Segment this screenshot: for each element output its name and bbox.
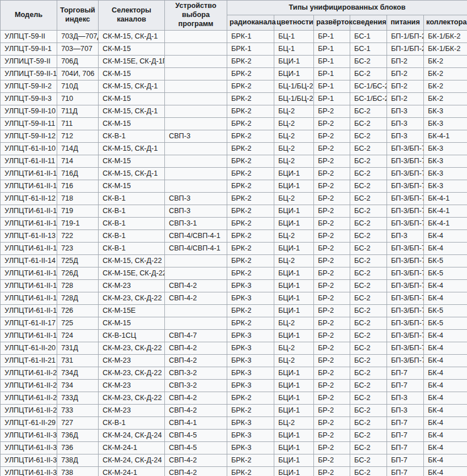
cell-block-scan: БР-2 xyxy=(314,279,350,292)
cell-block-chroma: БЦ-1 xyxy=(274,30,314,42)
cell-block-power: БП-3/БП-7 xyxy=(387,317,424,329)
cell-trade-index: 714Д xyxy=(57,142,99,155)
cell-block-collector: БК-4 xyxy=(424,342,467,354)
cell-block-chroma: БЦИ-1 xyxy=(274,242,314,254)
cell-block-radio-channel: БРК-2 xyxy=(227,254,274,267)
cell-block-convergence: БС-2 xyxy=(350,416,387,429)
cell-block-scan: БР-2 xyxy=(314,466,350,476)
cell-trade-index: 726 xyxy=(57,304,99,317)
cell-block-radio-channel: БРК-2 xyxy=(227,105,274,117)
table-header: Модель Торговый индекс Селекторы каналов… xyxy=(1,1,467,31)
cell-block-collector: БК-2 xyxy=(424,92,467,105)
cell-block-convergence: БС-2 xyxy=(350,454,387,466)
cell-block-scan: БР-2 xyxy=(314,267,350,279)
cell-block-scan: БР-2 xyxy=(314,130,350,142)
cell-block-power: БП-2 xyxy=(387,92,424,105)
cell-channel-selectors: СК-М-15, СК-Д-1 xyxy=(99,142,165,155)
cell-block-power: БП-3 xyxy=(387,404,424,416)
cell-block-scan: БР-1 xyxy=(314,92,350,105)
cell-block-power: БП-3/БП-7 xyxy=(387,192,424,205)
cell-block-convergence: БС-2 xyxy=(350,379,387,392)
cell-program-selector: СВП-4/СВП-4-1 xyxy=(165,230,227,242)
cell-channel-selectors: СК-М-15, СК-Д-1 xyxy=(99,30,165,42)
cell-block-collector: БК-4 xyxy=(424,367,467,379)
cell-block-convergence: БС-2 xyxy=(350,142,387,155)
cell-block-radio-channel: БРК-2 xyxy=(227,454,274,466)
table-row: УЛПЦТ-59-II703Д—707ДСК-М-15, СК-Д-1БРК-1… xyxy=(1,30,467,42)
cell-block-scan: БР-2 xyxy=(314,354,350,367)
table-row: УЛПЦТ-61-II-21731СК-М-23СВП-4-2БРК-3БЦ-2… xyxy=(1,354,467,367)
cell-program-selector: СВП-4-2 xyxy=(165,279,227,292)
cell-block-chroma: БЦИ-1 xyxy=(274,441,314,454)
cell-block-scan: БР-2 xyxy=(314,254,350,267)
cell-channel-selectors: СК-М-15 xyxy=(99,67,165,80)
cell-block-convergence: БС-2 xyxy=(350,304,387,317)
cell-block-collector: БК-5 xyxy=(424,267,467,279)
cell-block-collector: БК-4 xyxy=(424,242,467,254)
cell-block-convergence: БС-2 xyxy=(350,167,387,180)
cell-block-convergence: БС-2 xyxy=(350,67,387,80)
cell-block-collector: БК-3 xyxy=(424,105,467,117)
cell-block-convergence: БС-2 xyxy=(350,354,387,367)
cell-trade-index: 725 xyxy=(57,317,99,329)
cell-block-power: БП-1/БП-2 xyxy=(387,30,424,42)
cell-block-chroma: БЦИ-1 xyxy=(274,205,314,217)
cell-trade-index: 710 xyxy=(57,92,99,105)
cell-block-convergence: БС-2 xyxy=(350,392,387,404)
table-row: УЛПЦТИ-61-II-12719-1СК-В-1СВП-3-1БРК-2БЦ… xyxy=(1,217,467,230)
cell-block-radio-channel: БРК-2 xyxy=(227,192,274,205)
cell-block-scan: БР-2 xyxy=(314,105,350,117)
cell-channel-selectors: СК-М-15 xyxy=(99,117,165,130)
cell-block-collector: БК-4-1 xyxy=(424,130,467,142)
cell-block-power: БП-3 xyxy=(387,130,424,142)
cell-block-convergence: БС-2 xyxy=(350,317,387,329)
cell-trade-index: 706Д xyxy=(57,55,99,67)
cell-block-chroma: БЦИ-1 xyxy=(274,304,314,317)
cell-block-convergence: БС-2 xyxy=(350,267,387,279)
cell-block-collector: БК-4-1 xyxy=(424,205,467,217)
cell-block-chroma: БЦ-1/БЦ-2 xyxy=(274,80,314,92)
cell-block-collector: БК-2 xyxy=(424,80,467,92)
table-row: УЛПЦТИ-61-II-12719СК-В-1СВП-3БРК-2БЦИ-1Б… xyxy=(1,205,467,217)
cell-block-power: БП-3/БП-7 xyxy=(387,292,424,304)
cell-model: УЛПЦТ-61-II-12 xyxy=(1,192,57,205)
cell-block-radio-channel: БРК-2 xyxy=(227,130,274,142)
cell-trade-index: 719-1 xyxy=(57,217,99,230)
cell-trade-index: 726Д xyxy=(57,267,99,279)
cell-block-collector: БК-3 xyxy=(424,180,467,192)
cell-block-scan: БР-1 xyxy=(314,30,350,42)
cell-block-power: БП-7 xyxy=(387,367,424,379)
cell-trade-index: 719 xyxy=(57,205,99,217)
cell-model: УЛПЦТИ-61-II-10 xyxy=(1,167,57,180)
cell-block-scan: БР-1 xyxy=(314,42,350,55)
column-header-block-collector: коллектора xyxy=(424,15,467,30)
cell-channel-selectors: СК-М-15, СК-Д-1 xyxy=(99,105,165,117)
cell-block-power: БП-3/БП-7 xyxy=(387,304,424,317)
table-body: УЛПЦТ-59-II703Д—707ДСК-М-15, СК-Д-1БРК-1… xyxy=(1,30,467,476)
cell-program-selector xyxy=(165,105,227,117)
cell-block-convergence: БС-2 xyxy=(350,367,387,379)
cell-trade-index: 718 xyxy=(57,192,99,205)
cell-block-collector: БК-3 xyxy=(424,142,467,155)
table-row: УЛПЦТИ-61-II-11716СК-М-15БРК-2БЦИ-1БР-2Б… xyxy=(1,180,467,192)
cell-block-chroma: БЦ-2 xyxy=(274,130,314,142)
tv-models-table-container: Модель Торговый индекс Селекторы каналов… xyxy=(0,0,467,476)
cell-program-selector xyxy=(165,30,227,42)
table-row: УЛПЦТИ-61-II-18724СК-В-1СЦСВП-4-7БРК-3БЦ… xyxy=(1,329,467,342)
cell-program-selector: СВП-4-2 xyxy=(165,454,227,466)
cell-program-selector xyxy=(165,67,227,80)
tv-models-table: Модель Торговый индекс Селекторы каналов… xyxy=(0,0,467,476)
cell-block-power: БП-7 xyxy=(387,441,424,454)
cell-channel-selectors: СК-М-15, СК-Д-1 xyxy=(99,80,165,92)
cell-channel-selectors: СК-М-23, СК-Д-22 xyxy=(99,292,165,304)
cell-trade-index: 703—707 xyxy=(57,42,99,55)
cell-model: УЛПЦТ-59-II-2 xyxy=(1,80,57,92)
cell-block-collector: БК-4 xyxy=(424,379,467,392)
cell-channel-selectors: СК-М-15Е, СК-Д-1Г xyxy=(99,55,165,67)
cell-block-chroma: БЦИ-1 xyxy=(274,454,314,466)
table-row: УЛПЦТИ-61-II-25734СК-М-23СВП-3-2БРК-3БЦИ… xyxy=(1,379,467,392)
cell-block-chroma: БЦ-2 xyxy=(274,342,314,354)
cell-channel-selectors: СК-В-1 xyxy=(99,230,165,242)
cell-block-chroma: БЦИ-1 xyxy=(274,55,314,67)
cell-block-collector: БК-1/БК-2 xyxy=(424,30,467,42)
